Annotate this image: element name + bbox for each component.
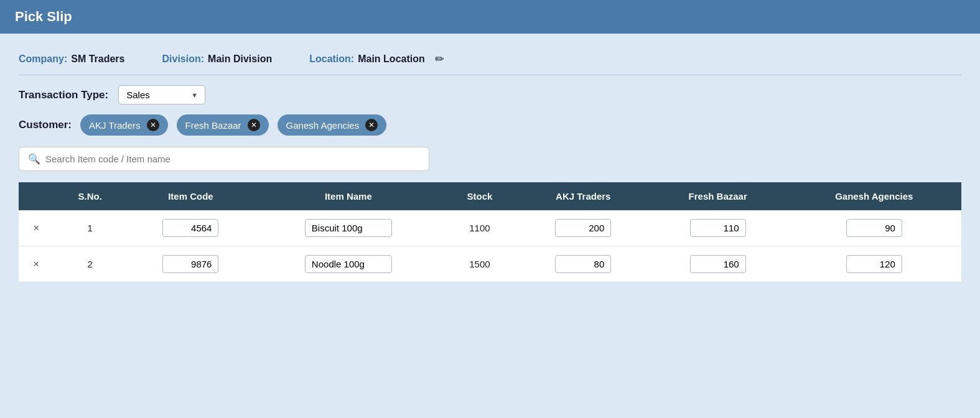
row-ganesh-1[interactable] xyxy=(787,246,961,282)
search-bar[interactable]: 🔍 xyxy=(19,147,429,171)
transaction-type-select[interactable]: Sales Purchase Transfer xyxy=(118,85,205,104)
row-item-code-1[interactable] xyxy=(126,246,254,282)
row-akj-0[interactable] xyxy=(518,210,649,246)
location-value: Main Location xyxy=(358,53,425,65)
row-stock-0: 1100 xyxy=(442,210,518,246)
item-code-input-1[interactable] xyxy=(162,255,218,273)
row-item-name-0[interactable] xyxy=(255,210,442,246)
division-info: Division: Main Division xyxy=(162,53,273,65)
info-row: Company: SM Traders Division: Main Divis… xyxy=(19,46,961,75)
fresh-input-1[interactable] xyxy=(690,255,746,273)
row-delete-1[interactable]: × xyxy=(19,246,54,282)
th-item-name: Item Name xyxy=(255,182,442,210)
row-fresh-1[interactable] xyxy=(649,246,787,282)
row-ganesh-0[interactable] xyxy=(787,210,961,246)
title-bar: Pick Slip xyxy=(0,0,980,34)
customer-label: Customer: xyxy=(19,119,72,131)
customer-tag-fresh-close[interactable]: ✕ xyxy=(248,119,260,131)
th-delete xyxy=(19,182,54,210)
customer-tag-akj-close[interactable]: ✕ xyxy=(147,119,159,131)
item-name-input-1[interactable] xyxy=(305,255,392,273)
customer-tag-akj: AKJ Traders ✕ xyxy=(80,114,168,136)
row-item-code-0[interactable] xyxy=(126,210,254,246)
th-item-code: Item Code xyxy=(126,182,254,210)
row-akj-1[interactable] xyxy=(518,246,649,282)
customer-tag-ganesh-close[interactable]: ✕ xyxy=(365,119,378,131)
akj-input-1[interactable] xyxy=(555,255,611,273)
table-row: × 2 1500 xyxy=(19,246,961,282)
table-row: × 1 1100 xyxy=(19,210,961,246)
transaction-row: Transaction Type: Sales Purchase Transfe… xyxy=(19,85,961,104)
customer-tag-fresh-name: Fresh Bazaar xyxy=(185,120,241,131)
page-title: Pick Slip xyxy=(15,9,965,25)
company-value: SM Traders xyxy=(71,53,124,65)
customer-tag-akj-name: AKJ Traders xyxy=(89,120,141,131)
item-code-input-0[interactable] xyxy=(162,219,218,237)
transaction-type-select-wrapper[interactable]: Sales Purchase Transfer xyxy=(118,85,205,104)
location-label: Location: xyxy=(309,53,354,65)
customer-tag-ganesh: Ganesh Agencies ✕ xyxy=(278,114,387,136)
division-value: Main Division xyxy=(208,53,272,65)
th-sno: S.No. xyxy=(54,182,126,210)
location-info: Location: Main Location ✏ xyxy=(309,52,444,66)
ganesh-input-0[interactable] xyxy=(846,219,902,237)
company-info: Company: SM Traders xyxy=(19,53,125,65)
company-label: Company: xyxy=(19,53,67,65)
main-content: Company: SM Traders Division: Main Divis… xyxy=(0,34,980,282)
table-wrapper: S.No. Item Code Item Name Stock AKJ Trad… xyxy=(19,182,961,282)
transaction-type-label: Transaction Type: xyxy=(19,89,108,101)
row-sno-0: 1 xyxy=(54,210,126,246)
customer-tag-fresh: Fresh Bazaar ✕ xyxy=(177,114,269,136)
akj-input-0[interactable] xyxy=(555,219,611,237)
ganesh-input-1[interactable] xyxy=(846,255,902,273)
th-fresh-bazaar: Fresh Bazaar xyxy=(649,182,787,210)
edit-icon[interactable]: ✏ xyxy=(435,52,444,66)
row-item-name-1[interactable] xyxy=(255,246,442,282)
row-sno-1: 2 xyxy=(54,246,126,282)
search-icon: 🔍 xyxy=(28,153,40,165)
th-stock: Stock xyxy=(442,182,518,210)
item-name-input-0[interactable] xyxy=(305,219,392,237)
fresh-input-0[interactable] xyxy=(690,219,746,237)
row-stock-1: 1500 xyxy=(442,246,518,282)
delete-icon-1[interactable]: × xyxy=(33,258,39,270)
customer-tag-ganesh-name: Ganesh Agencies xyxy=(286,120,360,131)
delete-icon-0[interactable]: × xyxy=(33,222,39,234)
items-table: S.No. Item Code Item Name Stock AKJ Trad… xyxy=(19,182,961,282)
row-delete-0[interactable]: × xyxy=(19,210,54,246)
th-akj-traders: AKJ Traders xyxy=(518,182,649,210)
division-label: Division: xyxy=(162,53,205,65)
customer-row: Customer: AKJ Traders ✕ Fresh Bazaar ✕ G… xyxy=(19,114,961,136)
table-header-row: S.No. Item Code Item Name Stock AKJ Trad… xyxy=(19,182,961,210)
row-fresh-0[interactable] xyxy=(649,210,787,246)
search-input[interactable] xyxy=(45,154,420,164)
th-ganesh-agencies: Ganesh Agencies xyxy=(787,182,961,210)
